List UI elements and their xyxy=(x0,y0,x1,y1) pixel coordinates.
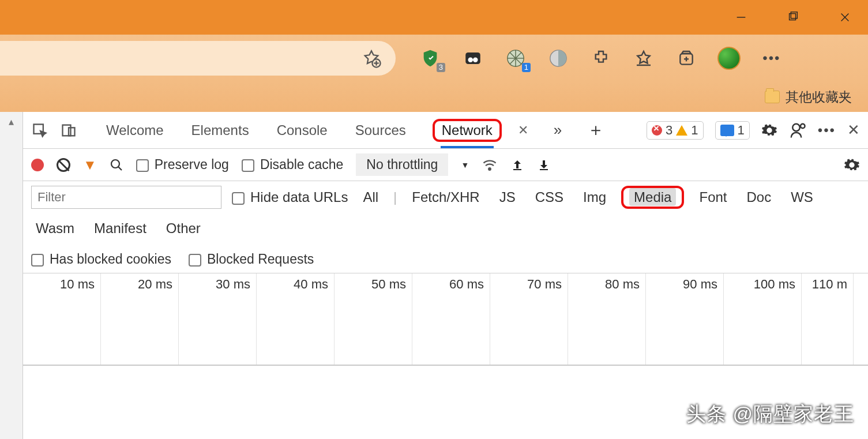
timeline-tick: 70 ms xyxy=(490,273,568,365)
network-toolbar: ▼ Preserve log Disable cache No throttli… xyxy=(23,149,868,181)
throttling-select[interactable]: No throttling xyxy=(356,153,448,176)
svg-point-10 xyxy=(473,58,478,63)
shield-extension-icon[interactable]: 3 xyxy=(419,47,442,70)
devtools-tabbar: Welcome Elements Console Sources Network… xyxy=(23,112,868,149)
feedback-icon[interactable] xyxy=(789,122,806,139)
window-minimize-button[interactable] xyxy=(730,6,753,29)
svg-rect-1 xyxy=(790,14,796,20)
search-icon[interactable] xyxy=(110,158,123,172)
error-warning-chip[interactable]: 3 1 xyxy=(647,121,704,140)
filter-type-css[interactable]: CSS xyxy=(531,188,568,207)
tab-welcome[interactable]: Welcome xyxy=(105,120,165,141)
network-timeline[interactable]: 10 ms 20 ms 30 ms 40 ms 50 ms 60 ms 70 m… xyxy=(23,273,868,366)
timeline-tick: 20 ms xyxy=(101,273,179,365)
globe-extension-icon[interactable] xyxy=(547,47,570,70)
filter-type-wasm[interactable]: Wasm xyxy=(31,219,79,238)
collections-icon[interactable] xyxy=(675,47,698,70)
timeline-tick: 100 ms xyxy=(724,273,802,365)
favorite-add-icon[interactable] xyxy=(362,48,381,68)
browser-menu-icon[interactable]: ••• xyxy=(760,47,783,70)
messages-chip[interactable]: 1 xyxy=(715,121,750,140)
network-settings-icon[interactable] xyxy=(844,157,860,173)
error-count: 3 xyxy=(666,123,672,138)
svg-rect-2 xyxy=(791,12,797,18)
timeline-tick: 60 ms xyxy=(412,273,490,365)
window-close-button[interactable] xyxy=(833,6,856,29)
throttling-dropdown-icon[interactable]: ▼ xyxy=(461,160,469,170)
address-bar[interactable] xyxy=(0,41,396,76)
network-conditions-icon[interactable] xyxy=(482,157,498,173)
filter-type-font[interactable]: Font xyxy=(694,188,731,207)
page-scrollbar[interactable]: ▴ xyxy=(0,112,23,439)
wheel-badge: 1 xyxy=(522,63,531,72)
timeline-tick: 10 ms xyxy=(23,273,101,365)
timeline-tick: 90 ms xyxy=(646,273,724,365)
svg-rect-23 xyxy=(69,127,75,136)
other-favorites-folder[interactable]: 其他收藏夹 xyxy=(786,88,852,106)
inspect-element-icon[interactable] xyxy=(31,122,48,139)
tab-elements[interactable]: Elements xyxy=(190,120,250,141)
timeline-tick: 50 ms xyxy=(335,273,412,365)
tab-sources[interactable]: Sources xyxy=(354,120,407,141)
window-maximize-button[interactable] xyxy=(781,6,805,29)
filter-type-media[interactable]: Media xyxy=(629,188,676,206)
add-tab-icon[interactable]: ＋ xyxy=(587,118,604,142)
filter-type-doc[interactable]: Doc xyxy=(742,188,776,207)
wheel-extension-icon[interactable]: 1 xyxy=(504,47,527,70)
timeline-tick: 110 m xyxy=(802,273,854,365)
scroll-up-icon[interactable]: ▴ xyxy=(9,115,14,128)
svg-rect-8 xyxy=(465,52,480,64)
folder-icon xyxy=(765,91,780,103)
filter-type-fetch[interactable]: Fetch/XHR xyxy=(407,188,484,207)
warning-icon xyxy=(676,125,687,136)
svg-point-28 xyxy=(489,168,491,170)
svg-point-9 xyxy=(468,58,473,63)
timeline-tick: 40 ms xyxy=(257,273,335,365)
browser-toolbar: 3 1 ••• xyxy=(0,35,868,82)
svg-rect-22 xyxy=(63,125,71,136)
devtools-menu-icon[interactable]: ••• xyxy=(818,122,836,138)
filter-type-js[interactable]: JS xyxy=(495,188,520,207)
upload-har-icon[interactable] xyxy=(510,158,524,172)
devtools-close-icon[interactable]: ✕ xyxy=(847,121,860,139)
highlight-network-tab: Network xyxy=(433,119,502,142)
message-icon xyxy=(720,125,734,136)
profile-avatar[interactable] xyxy=(717,47,741,70)
preserve-log-checkbox[interactable]: Preserve log xyxy=(136,157,229,172)
message-count: 1 xyxy=(738,123,745,138)
filter-type-ws[interactable]: WS xyxy=(786,188,818,207)
devtools-settings-icon[interactable] xyxy=(761,122,777,138)
record-button[interactable] xyxy=(31,159,44,171)
disable-cache-checkbox[interactable]: Disable cache xyxy=(242,157,343,172)
clear-button[interactable] xyxy=(57,158,70,172)
filter-type-all[interactable]: All xyxy=(358,188,383,207)
filter-type-other[interactable]: Other xyxy=(161,219,205,238)
filter-input[interactable] xyxy=(31,186,221,209)
filter-type-img[interactable]: Img xyxy=(578,188,611,207)
svg-point-26 xyxy=(111,160,119,168)
device-toolbar-icon[interactable] xyxy=(60,122,77,139)
filter-type-manifest[interactable]: Manifest xyxy=(89,219,151,238)
binoculars-extension-icon[interactable] xyxy=(461,47,484,70)
timeline-tick: 30 ms xyxy=(179,273,257,365)
blocked-requests-checkbox[interactable]: Blocked Requests xyxy=(189,252,314,267)
more-tabs-icon[interactable]: » xyxy=(554,121,562,139)
extensions-menu-icon[interactable] xyxy=(589,47,613,70)
watermark-text: 头条 @隔壁家老王 xyxy=(686,401,854,427)
blocked-cookies-checkbox[interactable]: Has blocked cookies xyxy=(31,252,171,267)
tab-network[interactable]: Network xyxy=(441,120,494,140)
download-har-icon[interactable] xyxy=(537,158,551,172)
tab-console[interactable]: Console xyxy=(276,120,329,141)
shield-badge: 3 xyxy=(437,63,445,72)
window-titlebar xyxy=(0,0,868,35)
network-filters: Hide data URLs All | Fetch/XHR JS CSS Im… xyxy=(23,181,868,273)
tab-close-icon[interactable]: ✕ xyxy=(518,123,528,138)
filter-toggle-icon[interactable]: ▼ xyxy=(83,157,97,173)
svg-point-24 xyxy=(792,123,800,131)
favorites-icon[interactable] xyxy=(632,47,655,70)
svg-point-25 xyxy=(801,123,805,128)
hide-data-urls-checkbox[interactable]: Hide data URLs xyxy=(232,189,348,205)
svg-rect-29 xyxy=(513,169,521,170)
highlight-media-filter: Media xyxy=(621,186,684,209)
extension-icons: 3 1 ••• xyxy=(419,47,783,70)
